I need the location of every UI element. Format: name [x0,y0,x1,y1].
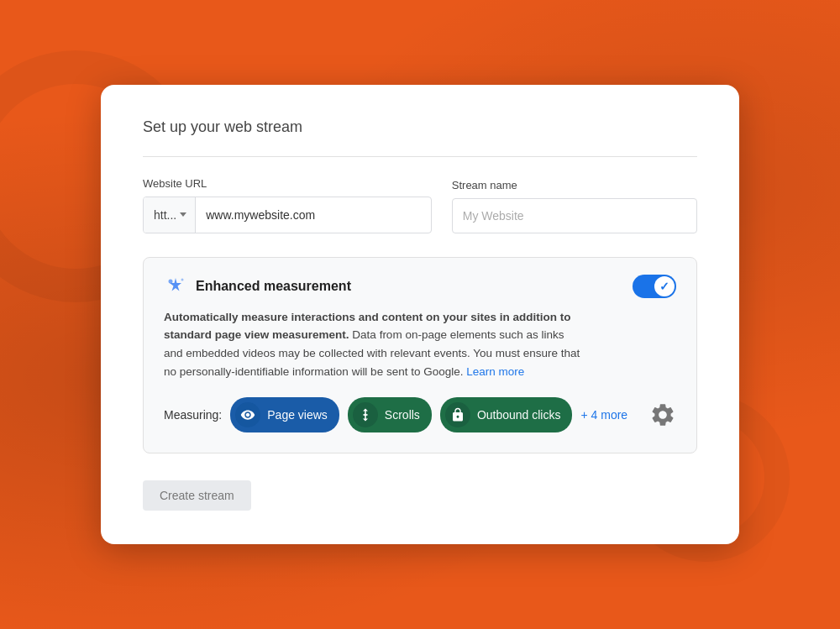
chip-outbound-icon [445,402,470,427]
eye-icon [240,407,255,422]
title-divider [143,156,697,157]
chip-page-views-label: Page views [267,408,328,422]
stream-name-form-group: Stream name [452,179,697,233]
toggle-check-icon: ✓ [659,280,669,293]
svg-point-0 [169,279,173,283]
chip-page-views-icon [235,402,260,427]
settings-gear-icon[interactable] [649,401,676,428]
enhanced-toggle[interactable]: ✓ [633,275,676,298]
lock-icon [450,407,465,422]
enhanced-measurement-box: Enhanced measurement Automatically measu… [143,257,697,453]
url-form-group: Website URL htt... [143,177,432,233]
protocol-select[interactable]: htt... [144,197,196,233]
url-input-wrapper: htt... [143,197,432,233]
chip-scrolls-icon [353,402,378,427]
toggle-knob: ✓ [654,276,675,296]
chip-scrolls-label: Scrolls [385,408,420,422]
svg-point-1 [181,278,184,280]
sparkle-icon [164,275,187,298]
stream-name-label: Stream name [452,179,697,191]
enhanced-header: Enhanced measurement [164,275,582,298]
chip-outbound-clicks: Outbound clicks [440,397,573,432]
form-row: Website URL htt... Stream name [143,177,697,233]
stream-name-input[interactable] [452,198,697,233]
measuring-label: Measuring: [164,408,222,422]
learn-more-link[interactable]: Learn more [466,365,524,378]
more-link[interactable]: + 4 more [580,408,627,422]
chip-outbound-label: Outbound clicks [477,408,561,422]
url-label: Website URL [143,177,432,190]
scroll-icon [358,407,373,422]
page-title: Set up your web stream [143,118,697,136]
main-card: Set up your web stream Website URL htt..… [101,85,739,544]
url-input[interactable] [196,197,431,233]
enhanced-description: Automatically measure interactions and c… [164,308,582,380]
chip-scrolls: Scrolls [348,397,432,432]
protocol-label: htt... [154,208,176,222]
create-stream-button[interactable]: Create stream [143,480,251,511]
chevron-down-icon [180,212,186,217]
enhanced-title: Enhanced measurement [196,279,351,294]
enhanced-box-inner: Enhanced measurement Automatically measu… [164,275,676,432]
chip-page-views: Page views [230,397,339,432]
